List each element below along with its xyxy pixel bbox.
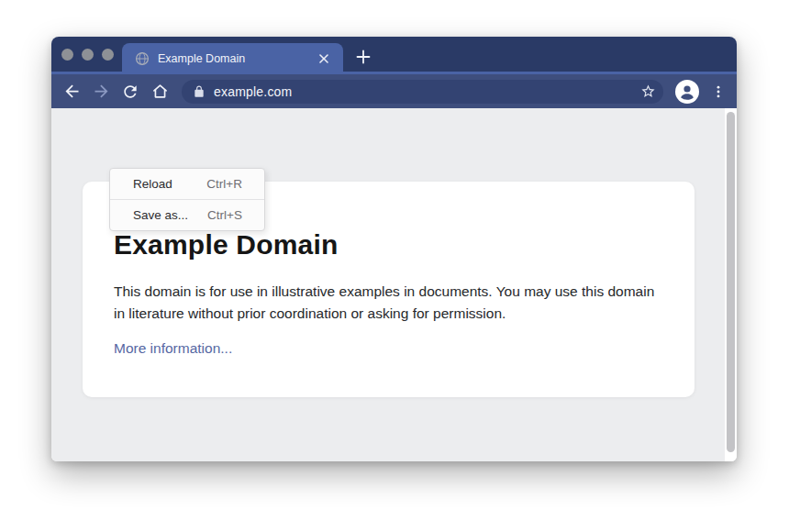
forward-button[interactable] [90, 81, 112, 103]
url-text[interactable]: example.com [214, 84, 640, 99]
window-close-button[interactable] [61, 49, 73, 61]
menu-item-label: Save as... [133, 208, 188, 222]
tab-close-icon[interactable] [316, 50, 332, 67]
reload-button[interactable] [119, 81, 141, 103]
person-circle-icon [674, 79, 700, 105]
profile-button[interactable] [674, 79, 700, 105]
active-tab-strip-line [51, 72, 737, 74]
three-dots-vertical-icon [710, 83, 727, 100]
context-menu: Reload Ctrl+R Save as... Ctrl+S [109, 168, 265, 231]
menu-item-shortcut: Ctrl+S [207, 208, 242, 222]
more-information-link[interactable]: More information... [114, 340, 232, 357]
address-bar[interactable]: example.com [182, 80, 663, 104]
plus-icon [356, 50, 371, 64]
refresh-icon [121, 83, 139, 101]
scrollbar-track[interactable] [725, 108, 737, 461]
page-viewport: Example Domain This domain is for use in… [51, 108, 737, 461]
back-button[interactable] [61, 81, 83, 103]
page-title: Example Domain [114, 229, 658, 260]
menu-item-label: Reload [133, 177, 172, 191]
window-minimize-button[interactable] [82, 49, 94, 61]
arrow-left-icon [62, 82, 82, 101]
new-tab-button[interactable] [350, 47, 376, 67]
home-button[interactable] [149, 81, 171, 103]
bookmark-star-icon[interactable] [640, 83, 656, 99]
lock-icon [193, 85, 206, 98]
window-zoom-button[interactable] [102, 49, 114, 61]
home-icon [150, 82, 170, 101]
context-menu-item-reload[interactable]: Reload Ctrl+R [110, 169, 264, 199]
browser-tab[interactable]: Example Domain [122, 43, 343, 74]
browser-toolbar: example.com [51, 74, 737, 108]
browser-menu-button[interactable] [707, 81, 729, 103]
arrow-right-icon [92, 82, 111, 101]
tab-title: Example Domain [158, 52, 316, 65]
titlebar: Example Domain [51, 37, 737, 74]
window-controls [61, 49, 114, 61]
browser-window: Example Domain [51, 37, 737, 461]
globe-icon [135, 51, 150, 66]
scrollbar-thumb[interactable] [727, 112, 735, 452]
menu-item-shortcut: Ctrl+R [206, 177, 242, 191]
page-paragraph: This domain is for use in illustrative e… [114, 281, 657, 325]
context-menu-item-save-as[interactable]: Save as... Ctrl+S [110, 200, 264, 230]
